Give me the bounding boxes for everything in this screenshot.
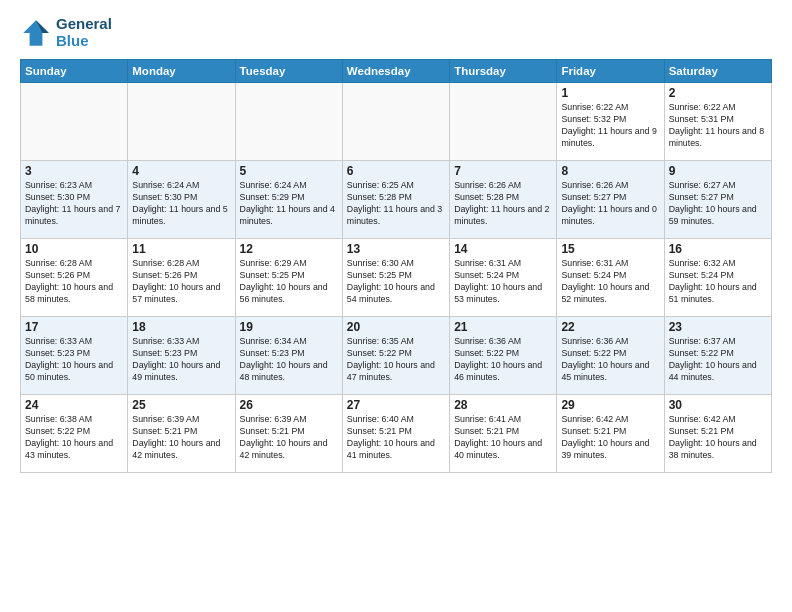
day-number: 17	[25, 320, 123, 334]
calendar-cell: 12Sunrise: 6:29 AM Sunset: 5:25 PM Dayli…	[235, 239, 342, 317]
day-number: 21	[454, 320, 552, 334]
calendar-cell: 18Sunrise: 6:33 AM Sunset: 5:23 PM Dayli…	[128, 317, 235, 395]
calendar-cell: 17Sunrise: 6:33 AM Sunset: 5:23 PM Dayli…	[21, 317, 128, 395]
cell-info: Sunrise: 6:33 AM Sunset: 5:23 PM Dayligh…	[132, 336, 230, 384]
cell-info: Sunrise: 6:39 AM Sunset: 5:21 PM Dayligh…	[132, 414, 230, 462]
cell-info: Sunrise: 6:36 AM Sunset: 5:22 PM Dayligh…	[561, 336, 659, 384]
weekday-header-monday: Monday	[128, 60, 235, 83]
cell-info: Sunrise: 6:36 AM Sunset: 5:22 PM Dayligh…	[454, 336, 552, 384]
calendar-cell: 5Sunrise: 6:24 AM Sunset: 5:29 PM Daylig…	[235, 161, 342, 239]
calendar-cell: 6Sunrise: 6:25 AM Sunset: 5:28 PM Daylig…	[342, 161, 449, 239]
calendar-cell	[450, 83, 557, 161]
calendar-cell: 20Sunrise: 6:35 AM Sunset: 5:22 PM Dayli…	[342, 317, 449, 395]
cell-info: Sunrise: 6:24 AM Sunset: 5:29 PM Dayligh…	[240, 180, 338, 228]
day-number: 18	[132, 320, 230, 334]
day-number: 8	[561, 164, 659, 178]
cell-info: Sunrise: 6:31 AM Sunset: 5:24 PM Dayligh…	[561, 258, 659, 306]
calendar-cell: 10Sunrise: 6:28 AM Sunset: 5:26 PM Dayli…	[21, 239, 128, 317]
calendar-cell	[235, 83, 342, 161]
weekday-header-saturday: Saturday	[664, 60, 771, 83]
day-number: 29	[561, 398, 659, 412]
calendar-cell: 19Sunrise: 6:34 AM Sunset: 5:23 PM Dayli…	[235, 317, 342, 395]
day-number: 20	[347, 320, 445, 334]
day-number: 5	[240, 164, 338, 178]
calendar-cell: 3Sunrise: 6:23 AM Sunset: 5:30 PM Daylig…	[21, 161, 128, 239]
cell-info: Sunrise: 6:38 AM Sunset: 5:22 PM Dayligh…	[25, 414, 123, 462]
day-number: 9	[669, 164, 767, 178]
day-number: 13	[347, 242, 445, 256]
day-number: 15	[561, 242, 659, 256]
day-number: 2	[669, 86, 767, 100]
calendar-cell: 16Sunrise: 6:32 AM Sunset: 5:24 PM Dayli…	[664, 239, 771, 317]
cell-info: Sunrise: 6:40 AM Sunset: 5:21 PM Dayligh…	[347, 414, 445, 462]
logo-text: General Blue	[56, 16, 112, 49]
day-number: 26	[240, 398, 338, 412]
calendar-cell: 7Sunrise: 6:26 AM Sunset: 5:28 PM Daylig…	[450, 161, 557, 239]
cell-info: Sunrise: 6:39 AM Sunset: 5:21 PM Dayligh…	[240, 414, 338, 462]
day-number: 25	[132, 398, 230, 412]
calendar-cell: 11Sunrise: 6:28 AM Sunset: 5:26 PM Dayli…	[128, 239, 235, 317]
cell-info: Sunrise: 6:25 AM Sunset: 5:28 PM Dayligh…	[347, 180, 445, 228]
calendar-week-1: 1Sunrise: 6:22 AM Sunset: 5:32 PM Daylig…	[21, 83, 772, 161]
calendar-week-3: 10Sunrise: 6:28 AM Sunset: 5:26 PM Dayli…	[21, 239, 772, 317]
logo: General Blue	[20, 16, 112, 49]
calendar-cell: 23Sunrise: 6:37 AM Sunset: 5:22 PM Dayli…	[664, 317, 771, 395]
calendar-table: SundayMondayTuesdayWednesdayThursdayFrid…	[20, 59, 772, 473]
cell-info: Sunrise: 6:22 AM Sunset: 5:32 PM Dayligh…	[561, 102, 659, 150]
day-number: 28	[454, 398, 552, 412]
day-number: 7	[454, 164, 552, 178]
logo-icon	[20, 17, 52, 49]
calendar-cell: 14Sunrise: 6:31 AM Sunset: 5:24 PM Dayli…	[450, 239, 557, 317]
day-number: 14	[454, 242, 552, 256]
day-number: 10	[25, 242, 123, 256]
calendar-cell: 15Sunrise: 6:31 AM Sunset: 5:24 PM Dayli…	[557, 239, 664, 317]
calendar-cell: 22Sunrise: 6:36 AM Sunset: 5:22 PM Dayli…	[557, 317, 664, 395]
cell-info: Sunrise: 6:28 AM Sunset: 5:26 PM Dayligh…	[25, 258, 123, 306]
calendar-week-4: 17Sunrise: 6:33 AM Sunset: 5:23 PM Dayli…	[21, 317, 772, 395]
calendar-cell: 9Sunrise: 6:27 AM Sunset: 5:27 PM Daylig…	[664, 161, 771, 239]
day-number: 22	[561, 320, 659, 334]
cell-info: Sunrise: 6:27 AM Sunset: 5:27 PM Dayligh…	[669, 180, 767, 228]
cell-info: Sunrise: 6:26 AM Sunset: 5:27 PM Dayligh…	[561, 180, 659, 228]
header: General Blue	[20, 16, 772, 49]
day-number: 19	[240, 320, 338, 334]
calendar-week-5: 24Sunrise: 6:38 AM Sunset: 5:22 PM Dayli…	[21, 395, 772, 473]
cell-info: Sunrise: 6:37 AM Sunset: 5:22 PM Dayligh…	[669, 336, 767, 384]
cell-info: Sunrise: 6:34 AM Sunset: 5:23 PM Dayligh…	[240, 336, 338, 384]
day-number: 3	[25, 164, 123, 178]
calendar-cell	[128, 83, 235, 161]
calendar-cell: 13Sunrise: 6:30 AM Sunset: 5:25 PM Dayli…	[342, 239, 449, 317]
cell-info: Sunrise: 6:22 AM Sunset: 5:31 PM Dayligh…	[669, 102, 767, 150]
day-number: 23	[669, 320, 767, 334]
day-number: 4	[132, 164, 230, 178]
day-number: 12	[240, 242, 338, 256]
cell-info: Sunrise: 6:23 AM Sunset: 5:30 PM Dayligh…	[25, 180, 123, 228]
cell-info: Sunrise: 6:24 AM Sunset: 5:30 PM Dayligh…	[132, 180, 230, 228]
calendar-cell: 26Sunrise: 6:39 AM Sunset: 5:21 PM Dayli…	[235, 395, 342, 473]
calendar-cell	[21, 83, 128, 161]
calendar-cell: 27Sunrise: 6:40 AM Sunset: 5:21 PM Dayli…	[342, 395, 449, 473]
cell-info: Sunrise: 6:42 AM Sunset: 5:21 PM Dayligh…	[561, 414, 659, 462]
calendar-cell: 4Sunrise: 6:24 AM Sunset: 5:30 PM Daylig…	[128, 161, 235, 239]
cell-info: Sunrise: 6:28 AM Sunset: 5:26 PM Dayligh…	[132, 258, 230, 306]
weekday-header-friday: Friday	[557, 60, 664, 83]
cell-info: Sunrise: 6:26 AM Sunset: 5:28 PM Dayligh…	[454, 180, 552, 228]
cell-info: Sunrise: 6:32 AM Sunset: 5:24 PM Dayligh…	[669, 258, 767, 306]
day-number: 11	[132, 242, 230, 256]
calendar-cell: 28Sunrise: 6:41 AM Sunset: 5:21 PM Dayli…	[450, 395, 557, 473]
cell-info: Sunrise: 6:41 AM Sunset: 5:21 PM Dayligh…	[454, 414, 552, 462]
calendar-cell: 8Sunrise: 6:26 AM Sunset: 5:27 PM Daylig…	[557, 161, 664, 239]
cell-info: Sunrise: 6:29 AM Sunset: 5:25 PM Dayligh…	[240, 258, 338, 306]
weekday-header-tuesday: Tuesday	[235, 60, 342, 83]
calendar-cell: 2Sunrise: 6:22 AM Sunset: 5:31 PM Daylig…	[664, 83, 771, 161]
calendar-cell: 1Sunrise: 6:22 AM Sunset: 5:32 PM Daylig…	[557, 83, 664, 161]
calendar-cell: 29Sunrise: 6:42 AM Sunset: 5:21 PM Dayli…	[557, 395, 664, 473]
calendar-cell: 24Sunrise: 6:38 AM Sunset: 5:22 PM Dayli…	[21, 395, 128, 473]
weekday-header-row: SundayMondayTuesdayWednesdayThursdayFrid…	[21, 60, 772, 83]
calendar-cell: 21Sunrise: 6:36 AM Sunset: 5:22 PM Dayli…	[450, 317, 557, 395]
day-number: 1	[561, 86, 659, 100]
weekday-header-thursday: Thursday	[450, 60, 557, 83]
cell-info: Sunrise: 6:30 AM Sunset: 5:25 PM Dayligh…	[347, 258, 445, 306]
calendar-week-2: 3Sunrise: 6:23 AM Sunset: 5:30 PM Daylig…	[21, 161, 772, 239]
cell-info: Sunrise: 6:42 AM Sunset: 5:21 PM Dayligh…	[669, 414, 767, 462]
